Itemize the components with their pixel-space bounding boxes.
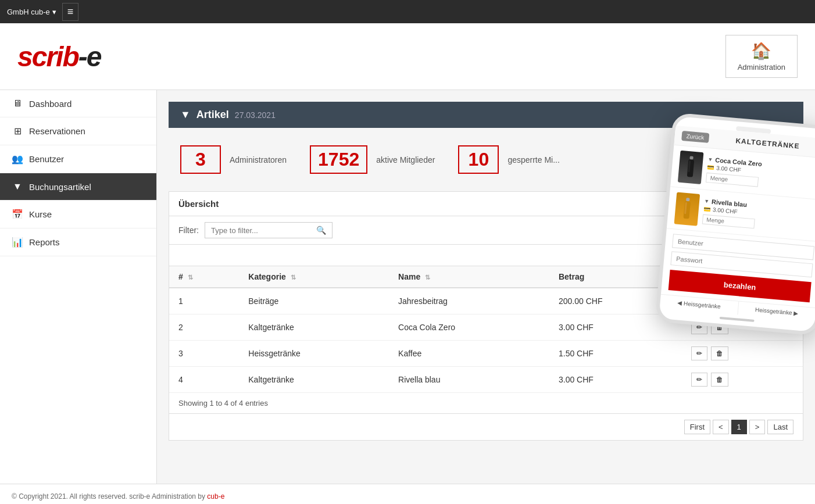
footer-text: © Copyright 2021. All rights reserved. s…: [12, 492, 207, 501]
sidebar-item-reservationen[interactable]: ⊞ Reservationen: [0, 117, 156, 145]
phone-back-button[interactable]: Zurück: [681, 131, 709, 143]
sidebar-item-label: Benutzer: [29, 154, 64, 164]
phone-item-cola-details: ▼ Coca Cola Zero 💳 3.00 CHF: [706, 155, 815, 192]
cell-name: Rivella blau: [389, 367, 549, 393]
cell-kategorie: Kaltgetränke: [239, 314, 389, 341]
stat-label-aktive: aktive Mitglieder: [376, 155, 435, 165]
table-row: 3 Heissgetränke Kaffee 1.50 CHF ✏ 🗑: [169, 341, 803, 367]
cell-betrag: 1.50 CHF: [549, 341, 682, 367]
price-icon: 💳: [707, 163, 714, 170]
cell-num: 2: [169, 314, 239, 341]
top-bar: GmbH cub-e ▾ ≡: [0, 0, 815, 23]
col-kategorie: Kategorie ⇅: [239, 266, 389, 288]
admin-label: Administration: [738, 63, 785, 72]
phone-tab-heiss-right[interactable]: Heissgetränke ▶: [738, 302, 815, 322]
stat-label-gesperrte: gesperrte Mi...: [507, 155, 559, 165]
administration-button[interactable]: 🏠 Administration: [725, 35, 798, 78]
search-icon: 🔍: [316, 226, 326, 235]
stat-number-gesperrte: 10: [458, 145, 499, 174]
phone-tab-heiss-left[interactable]: ◀ Heissgetränke: [660, 295, 739, 315]
tab-left-arrow: ◀: [677, 299, 682, 306]
tab-right-label: Heissgetränke: [755, 306, 793, 316]
pagination-page-1[interactable]: 1: [731, 420, 747, 434]
filter-icon-small: ▼: [707, 156, 713, 162]
showing-text: Showing 1 to 4 of 4 entries: [169, 393, 803, 413]
cell-name: Jahresbeitrag: [389, 288, 549, 314]
delete-button-2[interactable]: 🗑: [711, 346, 728, 360]
sidebar-item-benutzer[interactable]: 👥 Benutzer: [0, 145, 156, 173]
logo-red: scrib: [17, 41, 78, 72]
filter-input-wrapper: 🔍: [205, 222, 333, 238]
svg-rect-3: [686, 197, 690, 201]
phone-item-rivella-qty[interactable]: [702, 214, 755, 228]
cell-actions: ✏ 🗑: [682, 341, 803, 367]
filter-label: Filter:: [178, 226, 199, 235]
table-footer: First < 1 > Last: [169, 413, 803, 440]
sidebar-item-label: Buchungsartikel: [29, 182, 91, 192]
hamburger-button[interactable]: ≡: [62, 3, 79, 21]
pagination-next[interactable]: >: [749, 420, 766, 434]
cell-kategorie: Kaltgetränke: [239, 367, 389, 393]
kurse-icon: 📅: [12, 209, 23, 220]
stat-gesperrte: 10 gesperrte Mi...: [446, 140, 571, 180]
tab-right-arrow: ▶: [793, 310, 799, 317]
reports-icon: 📊: [12, 237, 23, 248]
phone-item-cola-qty[interactable]: [706, 172, 759, 187]
col-name: Name ⇅: [389, 266, 549, 288]
price-icon2: 💳: [703, 205, 711, 212]
sidebar-item-reports[interactable]: 📊 Reports: [0, 228, 156, 256]
page-filter-icon: ▼: [180, 109, 191, 121]
pagination-first[interactable]: First: [684, 420, 710, 434]
brand-button[interactable]: GmbH cub-e ▾: [7, 8, 56, 16]
phone-mockup: Zurück KALTGETRÄNKE ▼ Coca Cola Zero 💳 3…: [655, 112, 815, 335]
sidebar-item-kurse[interactable]: 📅 Kurse: [0, 201, 156, 228]
content: ▼ Artikel 27.03.2021 3 Administratoren 1…: [157, 90, 815, 484]
logo-dash: -: [78, 41, 87, 72]
brand-label: GmbH cub-e: [7, 8, 50, 16]
cell-name: Coca Cola Zero: [389, 314, 549, 341]
filter-icon-small2: ▼: [704, 198, 710, 204]
header: scrib-e 🏠 Administration: [0, 23, 815, 90]
sidebar-item-dashboard[interactable]: 🖥 Dashboard: [0, 90, 156, 117]
cell-kategorie: Beiträge: [239, 288, 389, 314]
pagination-last[interactable]: Last: [767, 420, 793, 434]
logo: scrib-e: [17, 41, 101, 73]
phone-item-rivella-img: [674, 192, 700, 226]
sidebar-item-label: Dashboard: [29, 99, 72, 109]
sidebar-item-buchungsartikel[interactable]: ▼ Buchungsartikel: [0, 173, 156, 201]
cell-num: 1: [169, 288, 239, 314]
cell-betrag: 3.00 CHF: [549, 367, 682, 393]
edit-button-2[interactable]: ✏: [691, 346, 707, 360]
cell-name: Kaffee: [389, 341, 549, 367]
phone-item-rivella-details: ▼ Rivella blau 💳 3.00 CHF: [702, 197, 815, 234]
cell-num: 3: [169, 341, 239, 367]
sidebar: 🖥 Dashboard ⊞ Reservationen 👥 Benutzer ▼…: [0, 90, 157, 484]
footer: © Copyright 2021. All rights reserved. s…: [0, 484, 815, 504]
cell-kategorie: Heissgetränke: [239, 341, 389, 367]
footer-link[interactable]: cub-e: [207, 492, 224, 501]
svg-rect-4: [683, 201, 691, 219]
logo-black: e: [87, 41, 101, 72]
overview-label: Übersicht: [178, 199, 219, 209]
cell-num: 4: [169, 367, 239, 393]
main-layout: 🖥 Dashboard ⊞ Reservationen 👥 Benutzer ▼…: [0, 90, 815, 484]
sidebar-item-label: Reports: [29, 237, 60, 247]
stat-number-admin: 3: [180, 145, 221, 174]
edit-button-3[interactable]: ✏: [691, 373, 707, 387]
reservationen-icon: ⊞: [12, 126, 23, 137]
dashboard-icon: 🖥: [12, 98, 23, 109]
stat-administratoren: 3 Administratoren: [169, 140, 298, 180]
stat-label-admin: Administratoren: [230, 155, 287, 165]
home-icon: 🏠: [751, 41, 771, 60]
table-row: 4 Kaltgetränke Rivella blau 3.00 CHF ✏ 🗑: [169, 367, 803, 393]
pagination-prev[interactable]: <: [713, 420, 729, 434]
buchungsartikel-icon: ▼: [12, 181, 23, 192]
phone-item-cola-img: [678, 151, 704, 184]
phone-home-indicator: [720, 317, 755, 322]
pagination: First < 1 > Last: [684, 420, 793, 434]
filter-input[interactable]: [211, 226, 313, 235]
delete-button-3[interactable]: 🗑: [711, 373, 728, 387]
stat-number-aktive: 1752: [310, 145, 367, 174]
benutzer-icon: 👥: [12, 153, 23, 165]
tab-left-label: Heissgetränke: [684, 300, 721, 310]
